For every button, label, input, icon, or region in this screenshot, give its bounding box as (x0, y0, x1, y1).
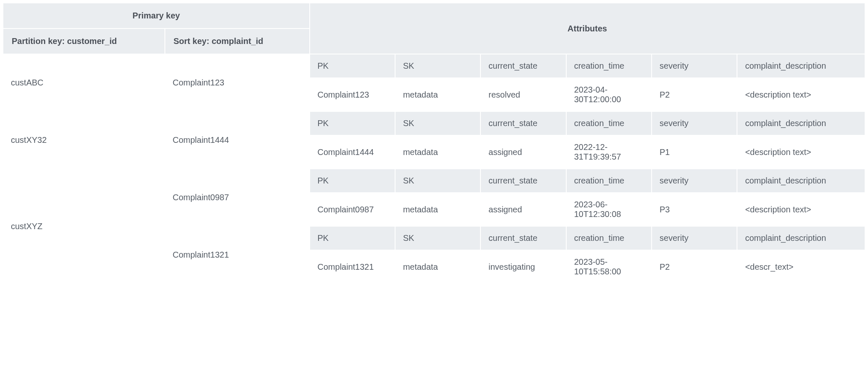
attr-value: metadata (395, 193, 480, 226)
attr-header: current_state (481, 112, 565, 135)
partition-key-value: custXYZ (3, 169, 164, 283)
attr-value: 2023-04-30T12:00:00 (567, 78, 651, 111)
attr-header: SK (395, 227, 480, 250)
attr-header: complaint_description (737, 112, 865, 135)
attr-header: severity (652, 169, 737, 192)
sort-key-value: Complaint123 (165, 54, 309, 111)
attr-value: P2 (652, 250, 737, 283)
attr-value: Complaint0987 (310, 193, 395, 226)
attr-value: metadata (395, 136, 480, 168)
attr-value: <description text> (737, 136, 865, 168)
attr-header: severity (652, 227, 737, 250)
attr-header: creation_time (567, 112, 651, 135)
attr-value: assigned (481, 193, 565, 226)
attr-header: creation_time (567, 169, 651, 192)
attr-value: Complaint1444 (310, 136, 395, 168)
attr-value: Complaint1321 (310, 250, 395, 283)
header-attributes: Attributes (310, 3, 865, 54)
attr-header: severity (652, 112, 737, 135)
attr-header: PK (310, 169, 395, 192)
header-sort-key: Sort key: complaint_id (165, 29, 309, 54)
attr-header: PK (310, 112, 395, 135)
attr-value: P1 (652, 136, 737, 168)
attr-header: PK (310, 54, 395, 77)
attr-header: severity (652, 54, 737, 77)
attr-value: <description text> (737, 193, 865, 226)
attr-header: current_state (481, 169, 565, 192)
attr-value: 2022-12-31T19:39:57 (567, 136, 651, 168)
sort-key-value: Complaint0987 (165, 169, 309, 226)
attr-value: metadata (395, 250, 480, 283)
attr-header: SK (395, 169, 480, 192)
attr-header: PK (310, 227, 395, 250)
attr-value: 2023-05-10T15:58:00 (567, 250, 651, 283)
dynamodb-schema-table: Primary key Attributes Partition key: cu… (3, 3, 865, 284)
header-partition-key: Partition key: customer_id (3, 29, 164, 54)
attr-header: current_state (481, 54, 565, 77)
sort-key-value: Complaint1444 (165, 112, 309, 168)
attr-header: creation_time (567, 227, 651, 250)
attr-header: complaint_description (737, 54, 865, 77)
attr-value: P2 (652, 78, 737, 111)
attr-header: SK (395, 112, 480, 135)
attr-value: metadata (395, 78, 480, 111)
attr-value: resolved (481, 78, 565, 111)
attr-value: Complaint123 (310, 78, 395, 111)
attr-header: complaint_description (737, 227, 865, 250)
attr-header: creation_time (567, 54, 651, 77)
attr-header: complaint_description (737, 169, 865, 192)
attr-value: P3 (652, 193, 737, 226)
attr-value: <description text> (737, 78, 865, 111)
sort-key-value: Complaint1321 (165, 227, 309, 283)
attr-value: investigating (481, 250, 565, 283)
attr-value: assigned (481, 136, 565, 168)
partition-key-value: custXY32 (3, 112, 164, 168)
header-primary-key: Primary key (3, 3, 309, 28)
partition-key-value: custABC (3, 54, 164, 111)
attr-header: current_state (481, 227, 565, 250)
attr-value: <descr_text> (737, 250, 865, 283)
attr-header: SK (395, 54, 480, 77)
attr-value: 2023-06-10T12:30:08 (567, 193, 651, 226)
